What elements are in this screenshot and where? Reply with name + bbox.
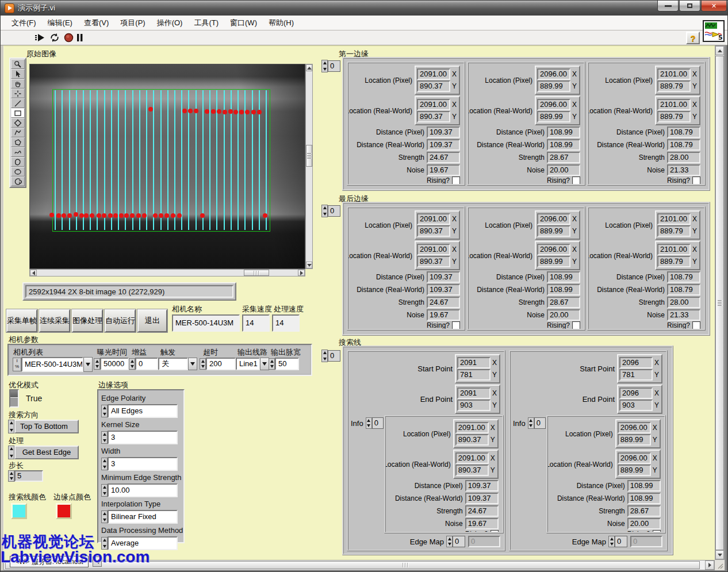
edge-map-spinner[interactable] <box>446 536 453 547</box>
camera-list-control[interactable]: I% MER-500-14U3M <box>13 357 93 372</box>
cursor-tool-icon[interactable] <box>11 69 25 79</box>
annulus-tool-icon[interactable] <box>11 176 25 186</box>
camera-list-dropdown-icon[interactable] <box>83 357 93 372</box>
output-line-dropdown-icon[interactable] <box>260 358 269 370</box>
image-hscroll-thumb[interactable] <box>244 270 269 276</box>
zoom-tool-icon[interactable] <box>11 59 25 69</box>
image-scroll-right-icon[interactable] <box>298 270 305 276</box>
abort-button[interactable] <box>64 33 74 45</box>
info-control[interactable]: Info 0 <box>351 417 384 429</box>
trigger-control[interactable]: 关 <box>158 358 197 370</box>
last-edge-index-value[interactable]: 0 <box>328 205 340 217</box>
output-line-value[interactable]: Line1 <box>236 358 260 370</box>
rotated-rect-tool-icon[interactable] <box>11 118 25 128</box>
run-continuous-button[interactable] <box>49 33 60 45</box>
window-vscrollbar[interactable] <box>715 45 725 560</box>
width-spinner[interactable] <box>101 458 108 470</box>
gain-control[interactable]: 0 <box>129 358 158 370</box>
image-hscrollbar[interactable] <box>29 269 305 277</box>
info-index-value[interactable]: 0 <box>372 417 384 429</box>
edge-polarity-control[interactable]: All Edges <box>101 404 181 418</box>
menu-project[interactable]: 项目(P) <box>115 16 150 30</box>
process-mode-spinner[interactable] <box>8 446 14 459</box>
oval-tool-icon[interactable] <box>11 167 25 176</box>
step-control[interactable]: 5 <box>8 470 43 482</box>
info-spinner[interactable] <box>528 417 534 429</box>
grab-single-button[interactable]: 采集单帧 <box>6 309 37 332</box>
width-value[interactable]: 3 <box>108 457 178 471</box>
vi-icon[interactable]: 5 <box>703 20 725 42</box>
freehand-line-tool-icon[interactable] <box>11 147 25 157</box>
pulse-width-control[interactable]: 50 <box>269 358 299 370</box>
exposure-spinner[interactable] <box>94 358 100 370</box>
timeout-value[interactable]: 200 <box>206 358 236 370</box>
info-index-value[interactable]: 0 <box>534 417 546 429</box>
search-lines-index-value[interactable]: 0 <box>328 350 340 362</box>
first-edge-index-spinner[interactable] <box>321 60 328 72</box>
image-scroll-down-icon[interactable] <box>306 262 312 268</box>
gain-value[interactable]: 0 <box>135 358 158 370</box>
min-edge-strength-value[interactable]: 10.00 <box>108 483 178 497</box>
exit-button[interactable]: 退出 <box>137 309 167 332</box>
trigger-value[interactable]: 关 <box>158 358 188 370</box>
min-edge-strength-spinner[interactable] <box>101 484 108 497</box>
restore-button[interactable] <box>679 1 700 11</box>
resize-grip[interactable] <box>715 560 725 570</box>
kernel-size-control[interactable]: 3 <box>101 431 181 444</box>
optimize-mode-switch[interactable] <box>9 389 19 408</box>
gain-spinner[interactable] <box>129 358 135 370</box>
grab-continuous-button[interactable]: 连续采集 <box>39 309 70 332</box>
kernel-size-value[interactable]: 3 <box>108 431 178 444</box>
pulse-width-value[interactable]: 50 <box>275 358 299 370</box>
image-scroll-up-icon[interactable] <box>306 64 312 71</box>
interpolation-type-spinner[interactable] <box>101 510 108 523</box>
exposure-value[interactable]: 50000 <box>100 358 129 370</box>
window-vscroll-thumb[interactable] <box>715 56 724 550</box>
width-control[interactable]: 3 <box>101 457 181 471</box>
freehand-region-tool-icon[interactable] <box>11 157 25 167</box>
polyline-tool-icon[interactable] <box>11 128 25 137</box>
output-line-control[interactable]: Line1 <box>236 358 269 370</box>
image-vscroll-thumb[interactable] <box>306 145 312 167</box>
window-scroll-up-icon[interactable] <box>715 46 724 55</box>
kernel-size-spinner[interactable] <box>101 431 108 444</box>
last-edge-index-spinner[interactable] <box>321 205 328 217</box>
step-value[interactable]: 5 <box>14 470 43 482</box>
first-edge-index-control[interactable]: 0 <box>321 60 340 72</box>
info-control[interactable]: Info 0 <box>513 417 546 429</box>
search-line-color-swatch[interactable] <box>11 503 27 519</box>
image-process-button[interactable]: 图像处理 <box>72 309 103 332</box>
window-scroll-down-icon[interactable] <box>715 550 724 559</box>
search-direction-control[interactable]: Top To Bottom <box>8 420 79 433</box>
menu-window[interactable]: 窗口(W) <box>225 16 262 30</box>
menu-view[interactable]: 查看(V) <box>79 16 114 30</box>
pulse-width-spinner[interactable] <box>269 358 275 370</box>
process-mode-control[interactable]: Get Best Edge <box>8 446 79 459</box>
image-vscrollbar[interactable] <box>305 64 313 269</box>
search-direction-value[interactable]: Top To Bottom <box>14 420 79 433</box>
min-edge-strength-control[interactable]: 10.00 <box>101 483 181 497</box>
run-button[interactable] <box>35 33 45 45</box>
close-button[interactable]: ✕ <box>701 1 727 11</box>
search-lines-index-control[interactable]: 0 <box>321 350 340 362</box>
line-tool-icon[interactable] <box>11 98 25 108</box>
point-tool-icon[interactable] <box>11 89 25 98</box>
menu-edit[interactable]: 编辑(E) <box>43 16 78 30</box>
minimize-button[interactable] <box>657 1 679 11</box>
last-edge-index-control[interactable]: 0 <box>321 205 340 217</box>
edge-map-index[interactable]: 0 <box>453 536 465 547</box>
step-spinner[interactable] <box>8 470 14 482</box>
edge-map-index[interactable]: 0 <box>615 536 627 547</box>
polygon-tool-icon[interactable] <box>11 137 25 147</box>
pause-button[interactable] <box>76 33 83 44</box>
pan-tool-icon[interactable] <box>11 79 25 89</box>
info-spinner[interactable] <box>366 417 372 429</box>
image-scroll-left-icon[interactable] <box>30 270 37 276</box>
first-edge-index-value[interactable]: 0 <box>328 60 340 72</box>
auto-run-button[interactable]: 自动运行 <box>105 309 136 332</box>
interpolation-type-value[interactable]: Bilinear Fixed <box>108 510 178 524</box>
trigger-dropdown-icon[interactable] <box>188 358 197 370</box>
edge-polarity-value[interactable]: All Edges <box>108 404 178 418</box>
window-scroll-right-icon[interactable] <box>705 561 714 570</box>
edge-polarity-spinner[interactable] <box>101 405 108 417</box>
